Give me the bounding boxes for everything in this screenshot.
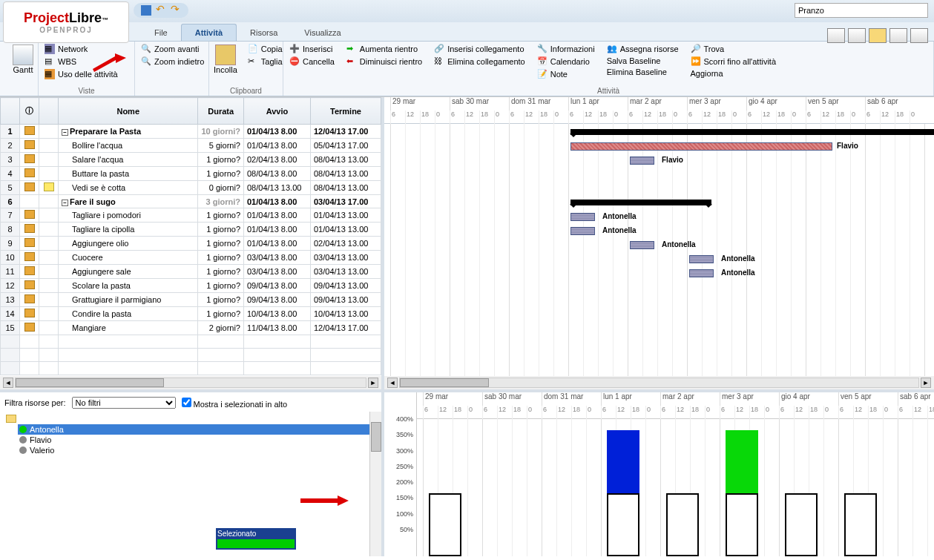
delete-baseline[interactable]: Elimina Baseline [605, 67, 680, 77]
gantt-bar[interactable] [630, 157, 654, 165]
tab-file[interactable]: File [141, 24, 181, 41]
undo-icon[interactable]: ↶ [156, 5, 166, 16]
save-icon[interactable] [141, 5, 151, 16]
chart-icon[interactable] [827, 28, 845, 43]
redo-icon[interactable]: ↷ [171, 5, 181, 16]
resource-tree[interactable]: AntonellaFlavioValerio [4, 415, 377, 455]
resource-item[interactable]: Valerio [18, 445, 377, 455]
table-row[interactable]: 6 −Fare il sugo 3 giorni? 01/04/13 8.000… [1, 195, 381, 208]
task-icon [24, 309, 35, 317]
search-input[interactable] [795, 3, 928, 18]
zoom-in[interactable]: 🔍Zoom avanti [139, 43, 204, 55]
insert-link[interactable]: 🔗Inserisi collegamento [433, 43, 527, 55]
logo-project: Project [24, 10, 69, 25]
task-table[interactable]: ⓘ Nome Durata Avvio Termine 1 −Preparare… [0, 97, 381, 375]
cut-button[interactable]: ✂Taglia [246, 56, 284, 67]
scroll-to-task[interactable]: ⏩Scorri fino all'attività [689, 56, 777, 67]
histogram-chart[interactable] [417, 419, 934, 556]
gantt-bar[interactable] [570, 142, 832, 151]
update[interactable]: Aggiorna [689, 68, 777, 79]
zoom-out[interactable]: 🔍Zoom indietro [139, 56, 204, 67]
ribbon: Gantt ▦Network ▤WBS ▦Uso delle attività … [0, 42, 934, 96]
task-table-pane: ⓘ Nome Durata Avvio Termine 1 −Preparare… [0, 97, 384, 389]
usage-icon[interactable] [889, 28, 907, 43]
assign-resources[interactable]: 👥Assegna risorse [605, 43, 680, 55]
gantt-hscroll[interactable]: ◄► [384, 376, 934, 389]
gantt-bar[interactable] [570, 200, 711, 205]
paste-button[interactable]: Incolla [214, 43, 237, 74]
calendar[interactable]: 📅Calendario [536, 56, 596, 67]
table-row[interactable]: 7 Tagliare i pomodori 1 giorno? 01/04/13… [1, 208, 381, 223]
wbs-view[interactable]: ▤WBS [43, 56, 130, 67]
gantt-button[interactable]: Gantt [7, 43, 39, 74]
tab-risorsa[interactable]: Risorsa [237, 24, 291, 41]
information[interactable]: 🔧Informazioni [536, 43, 596, 55]
chart2-icon[interactable] [848, 28, 866, 43]
task-icon [24, 126, 35, 135]
note[interactable]: 📝Note [536, 68, 596, 80]
table-row[interactable]: 15 Mangiare 2 giorni? 11/04/13 8.0012/04… [1, 321, 381, 335]
table-hscroll[interactable]: ◄► [0, 376, 381, 389]
hist-bar-capacity[interactable] [429, 493, 461, 556]
gantt-bar[interactable] [630, 241, 654, 249]
hist-bar-capacity[interactable] [785, 493, 818, 556]
table-row[interactable]: 2 Bollire l'acqua 5 giorni? 01/04/13 8.0… [1, 139, 381, 153]
view-mode-icons [827, 28, 928, 43]
table-row[interactable]: 12 Scolare la pasta 1 giorno? 09/04/13 8… [1, 279, 381, 293]
gantt-bar[interactable] [689, 269, 714, 277]
task-usage-view[interactable]: ▦Uso delle attività [43, 68, 130, 80]
resource-vscroll[interactable] [369, 412, 381, 556]
histogram-icon[interactable] [869, 28, 887, 43]
bar-label: Antonella [721, 254, 755, 263]
app-logo: ProjectLibre™ OPENPROJ [3, 1, 129, 43]
hist-bar-over[interactable] [726, 430, 758, 493]
table-row[interactable]: 3 Salare l'acqua 1 giorno? 02/04/13 8.00… [1, 153, 381, 167]
bar-label: Antonella [662, 240, 696, 248]
network-view[interactable]: ▦Network [43, 43, 130, 55]
gantt-bar[interactable] [570, 213, 595, 221]
delete-link[interactable]: ⛓Elimina collegamento [433, 56, 527, 67]
delete-task[interactable]: ⛔Cancella [288, 56, 336, 67]
resource-filter-pane: Filtra risorse per: No filtri Mostra i s… [0, 392, 384, 556]
table-row[interactable]: 11 Aggiungere sale 1 giorno? 03/04/13 8.… [1, 265, 381, 279]
hist-bar-over[interactable] [607, 430, 639, 493]
task-icon [24, 252, 35, 261]
find[interactable]: 🔎Trova [689, 43, 777, 55]
table-row[interactable]: 5 Vedi se è cotta 0 giorni? 08/04/13 13.… [1, 181, 381, 195]
table-row[interactable]: 13 Grattugiare il parmigiano 1 giorno? 0… [1, 293, 381, 307]
col-info: ⓘ [20, 98, 39, 125]
bar-label: Antonella [602, 226, 637, 234]
tab-attivita[interactable]: Attività [181, 24, 237, 41]
resource-dot-icon [19, 436, 27, 444]
hist-bar-capacity[interactable] [607, 493, 639, 556]
table-row[interactable]: 4 Buttare la pasta 1 giorno? 08/04/13 8.… [1, 167, 381, 181]
gantt-bar[interactable] [689, 255, 714, 263]
resource-item[interactable]: Flavio [18, 435, 377, 445]
hist-bar-capacity[interactable] [844, 493, 877, 556]
insert-task[interactable]: ➕Inserisci [288, 43, 336, 55]
gantt-bar[interactable] [570, 227, 595, 235]
filter-select[interactable]: No filtri [72, 397, 176, 409]
col-start: Avvio [244, 98, 311, 125]
show-selected-checkbox[interactable]: Mostra i selezionati in alto [182, 398, 288, 409]
gantt-chart[interactable]: FlavioFlavioAntonellaAntonellaAntonellaA… [384, 124, 934, 376]
hist-bar-capacity[interactable] [666, 493, 699, 556]
table-row[interactable]: 10 Cuocere 1 giorno? 03/04/13 8.0003/04/… [1, 251, 381, 265]
resource-item[interactable]: Antonella [18, 424, 377, 435]
save-baseline[interactable]: Salva Baseline [605, 56, 680, 66]
task-icon [24, 182, 35, 191]
table-row[interactable]: 14 Condire la pasta 1 giorno? 10/04/13 8… [1, 307, 381, 321]
task-icon [24, 154, 35, 163]
table-row[interactable]: 9 Aggiungere olio 1 giorno? 01/04/13 8.0… [1, 237, 381, 251]
table-row[interactable]: 1 −Preparare la Pasta 10 giorni? 01/04/1… [1, 125, 381, 139]
indent-plus[interactable]: ➡Aumenta rientro [345, 43, 424, 55]
tab-visualizza[interactable]: Visualizza [291, 24, 354, 41]
gantt-bar[interactable] [570, 129, 934, 135]
hist-bar-capacity[interactable] [726, 493, 758, 556]
blank-icon[interactable] [910, 28, 928, 43]
table-row[interactable]: 8 Tagliare la cipolla 1 giorno? 01/04/13… [1, 223, 381, 237]
copy-button[interactable]: 📄Copia [246, 43, 284, 55]
views-group-label: Viste [39, 87, 134, 95]
indent-minus[interactable]: ⬅Diminuisci rientro [345, 56, 424, 67]
task-icon [24, 210, 35, 219]
